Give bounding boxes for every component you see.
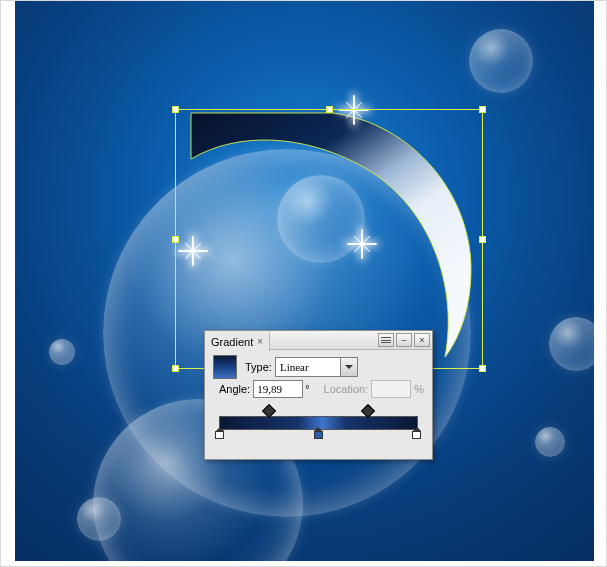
transform-handle[interactable]	[479, 106, 486, 113]
gradient-stop[interactable]	[215, 427, 224, 438]
app-frame: Gradient × – × Type:	[0, 0, 607, 567]
degree-symbol: °	[305, 383, 309, 395]
panel-titlebar[interactable]: Gradient × – ×	[205, 331, 432, 350]
location-input	[371, 380, 411, 398]
tab-gradient[interactable]: Gradient ×	[205, 331, 270, 352]
type-label: Type:	[245, 361, 272, 373]
minimize-button[interactable]: –	[396, 333, 412, 347]
type-combobox[interactable]	[275, 357, 358, 377]
gradient-stop[interactable]	[314, 427, 323, 438]
angle-input[interactable]	[253, 380, 303, 398]
close-icon: ×	[419, 336, 424, 345]
bubble	[549, 317, 594, 371]
bubble	[77, 497, 121, 541]
chevron-down-icon[interactable]	[340, 358, 357, 376]
close-panel-button[interactable]: ×	[414, 333, 430, 347]
close-tab-icon[interactable]: ×	[257, 336, 263, 347]
type-input[interactable]	[276, 359, 340, 375]
artboard[interactable]: Gradient × – × Type:	[15, 1, 594, 561]
selected-artwork[interactable]	[183, 109, 473, 359]
menu-icon	[379, 334, 393, 346]
percent-symbol: %	[414, 383, 424, 395]
angle-label: Angle:	[219, 383, 250, 395]
bubble	[49, 339, 75, 365]
transform-handle[interactable]	[172, 106, 179, 113]
transform-handle[interactable]	[479, 365, 486, 372]
bubble	[469, 29, 533, 93]
gradient-stop[interactable]	[412, 427, 421, 438]
transform-handle[interactable]	[479, 236, 486, 243]
gradient-panel[interactable]: Gradient × – × Type:	[204, 330, 433, 460]
gradient-slider[interactable]	[213, 410, 424, 438]
panel-body: Type: Angle: ° Location: %	[205, 350, 432, 446]
location-label: Location:	[324, 383, 369, 395]
bubble	[535, 427, 565, 457]
gradient-swatch[interactable]	[213, 355, 237, 379]
panel-menu-button[interactable]	[378, 333, 394, 347]
tab-label: Gradient	[211, 336, 253, 348]
minimize-icon: –	[401, 336, 406, 345]
